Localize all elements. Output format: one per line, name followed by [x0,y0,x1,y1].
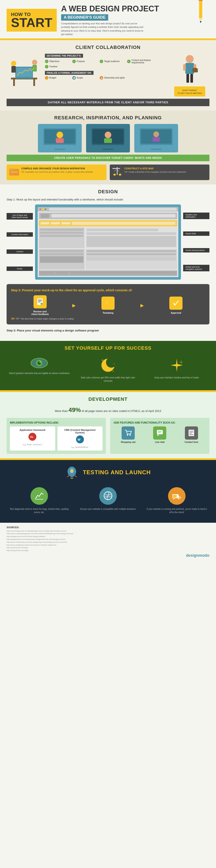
design-step1-text: Step 1: Mock up the layout and intended … [7,198,209,201]
browser-sidebar-2 [39,249,84,270]
header-description: Congratulations on landing your first we… [61,22,144,36]
header: HOW TO START A WEB DESIGN PROJECT A BEGI… [0,0,216,38]
tweak-icon [101,297,115,310]
success-cards: Select typeface elements that are legibl… [7,354,209,386]
svg-text:Rb: Rb [30,436,33,438]
browser-compat-icon [99,487,117,505]
dev-features: Add features and functionality such as: … [110,418,209,454]
diagnostic-icon [31,487,48,505]
scope-label: Scope [77,76,83,79]
create-personas-text: CREATE USER PERSONAS TO DISCOVER TARGET … [7,155,209,161]
svg-rect-47 [10,173,18,173]
svg-rect-7 [33,80,35,86]
client-collaboration-section: CLIENT COLLABORATION [0,40,216,111]
success-card-1: Select typeface elements that are legibl… [7,354,72,386]
dev-stat-percent: 49% [69,406,81,413]
objectives-label: Objectives [49,60,60,63]
cms-logo: W [60,435,101,445]
sources-section: SOURCES: http://www.designmodo.com/blog/… [0,523,216,561]
persona-row [7,124,209,152]
content-icon: ✓ [127,60,131,63]
browser-main-2 [85,249,177,270]
svg-rect-11 [11,66,16,72]
chat-icon [153,427,166,440]
wf-left-labels: Use of logos andother brand assets Conta… [7,205,33,280]
content-line-2 [86,232,176,235]
svg-rect-83 [189,433,192,433]
svg-rect-45 [9,168,13,170]
address-bar [49,208,177,211]
browser-main-content [85,227,177,248]
item-target: ✓ Target audience [100,59,126,64]
testing-section: TESTING AND LAUNCH Run diagnostic tests … [0,460,216,523]
svg-text:★: ★ [101,359,103,361]
source-6: http://www.usability.gov/what-and-why/us… [7,544,209,547]
svg-rect-29 [54,149,65,150]
target-label: Target audience [104,60,120,63]
success-section: SET YOURSELF UP FOR SUCCESS Select typef… [0,341,216,390]
main2-line-2 [86,253,176,255]
svg-line-50 [114,169,117,172]
cms-example: e.g. WORDPRESS [60,446,101,448]
site-map-title: CONSTRUCT A SITE MAP [124,167,186,170]
purpose-icon: ✓ [72,60,76,63]
wf-label-contact: Contact information [7,232,33,237]
compile-text: COMPILE AND ORGANIZE YOUR DESIGN INSPIRA… [21,167,93,174]
collab-lists: DETERMINE THE PROJECT'S: ✓ Objectives ✓ … [45,54,167,82]
header-placeholder [51,214,176,217]
sidebar2-widget [40,256,83,263]
main2-block [86,256,176,260]
tip-strong: TIP: [11,318,15,320]
crane-icon [112,167,122,178]
feature-live-chat: Live chat [145,427,174,443]
svg-rect-79 [158,432,161,433]
gather-text: GATHER ALL NECESSARY MATERIALS FROM THE … [48,101,168,104]
nav-item-1 [40,222,49,224]
testing-card-3-text: If your website is running and polished,… [146,507,207,514]
moon-icon: ★ ★ ★ [77,358,139,374]
wf-right-labels: Headers and subheaders Search field Soci… [183,205,209,280]
svg-rect-42 [154,147,158,149]
cms-name: CMS (Content Management System) [60,429,101,434]
wf-label-content: Content [7,249,33,254]
persona-monitor-2 [88,125,128,151]
research-title: RESEARCH, INSPIRATION, AND PLANNING [7,115,209,121]
item-content-features: ✓ Content and feature requirements [127,59,153,64]
sidebar-line-1 [40,228,83,231]
client-figure [179,54,201,84]
svg-marker-2 [200,21,201,23]
success-card-3-text: Keep your interface intuitive and free o… [146,376,207,379]
wf-label-headers: Headers and subheaders [183,213,209,219]
collab-right: DON'T FORGET to get this in writing! [170,54,209,96]
rocket-icon [65,465,78,479]
sources-title: SOURCES: [7,526,209,529]
source-3: http://designmodo.com/2013/web-design-st… [7,535,209,538]
svg-rect-81 [189,431,193,431]
divider-3 [0,458,216,460]
source-4: http://designinstruct.com/articles/web-d… [7,538,209,541]
finalize-block: FINALIZE A FORMAL AGREEMENT ON: 💰 Budget… [45,71,167,80]
form-icon [185,427,198,440]
development-section: DEVELOPMENT More than 49% of all page vi… [0,392,216,458]
determine-title: DETERMINE THE PROJECT'S: [45,54,83,58]
persona-2 [86,124,130,152]
step2-title: Step 2: Present your mock-up to the clie… [11,288,205,292]
impl-title: Implementation options include: [10,421,103,424]
item-timeline: ✓ Timeline [45,65,71,68]
folder-icon [9,167,19,178]
ownership-icon: ⏰ [100,76,103,80]
purpose-label: Purpose [77,60,85,63]
source-1: http://www.designmodo.com/blog/design-ho… [7,530,209,533]
success-title: SET YOURSELF UP FOR SUCCESS [7,345,209,351]
success-card-2: ★ ★ ★ Dark color schemes get 30% more tr… [75,354,141,386]
divider-1 [0,38,216,40]
svg-rect-94 [173,495,177,497]
testing-card-2-text: Ensure your website is compatible with m… [77,507,139,511]
objectives-icon: ✓ [45,60,48,63]
svg-text:★: ★ [113,363,115,364]
browser-dot-green [45,208,46,210]
gather-row: GATHER ALL NECESSARY MATERIALS FROM THE … [7,99,209,106]
framework-example: e.g. RUBY ON RAILS [12,443,53,446]
browser-nav [39,220,177,226]
eye-icon [9,358,70,369]
